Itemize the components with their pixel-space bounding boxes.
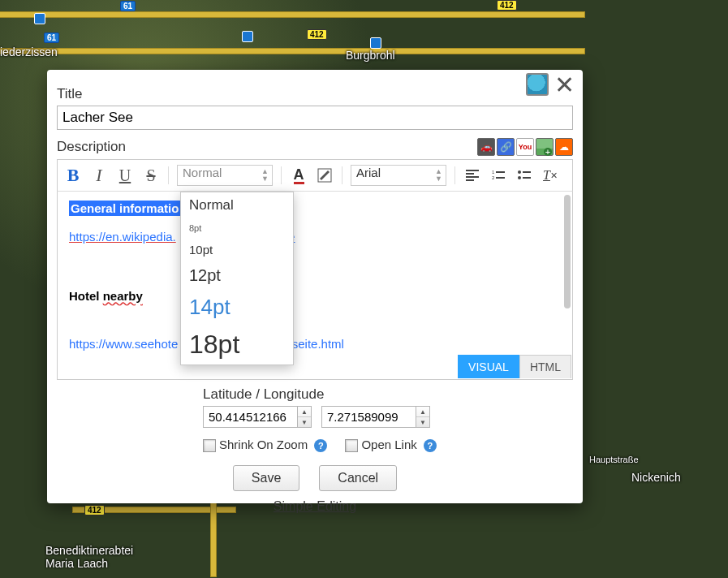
marker-editor-dialog: ✕ Title Description 🚗 🔗 You ☁ B I U S No… [47,70,583,503]
map-road [0,12,584,17]
toolbar-divider [168,166,169,184]
open-link-option[interactable]: Open Link ? [345,438,437,452]
road-shield-61: 61 [120,1,136,11]
editor-link-tail[interactable]: tseite.html [289,337,344,351]
latitude-input[interactable] [203,406,297,428]
train-station-icon[interactable] [34,13,45,24]
road-shield-412: 412 [497,0,517,11]
road-shield-61: 61 [44,32,59,43]
train-station-icon[interactable] [242,31,253,42]
highlighter-icon [317,168,332,183]
city-label-burgbrohl: Burgbrohl [346,49,395,62]
editor-link[interactable]: https://en.wikipedia. [69,230,176,244]
help-icon[interactable]: ? [424,439,437,452]
rich-text-toolbar: B I U S Normal ▲▼ A Arial ▲▼ 12 T✕ [57,159,573,192]
toolbar-divider [454,166,455,184]
simple-editing-link[interactable]: Simple Editing [57,499,573,514]
help-icon[interactable]: ? [314,439,327,452]
strike-button[interactable]: S [142,165,160,186]
cancel-button[interactable]: Cancel [319,465,397,491]
font-size-select[interactable]: Normal ▲▼ [177,165,273,186]
chevrons-icon: ▲▼ [261,168,269,183]
align-left-icon [466,170,479,181]
svg-point-3 [518,170,521,174]
road-shield-412: 412 [307,29,327,40]
font-family-select[interactable]: Arial ▲▼ [351,165,446,186]
link-icon[interactable]: 🔗 [497,138,515,156]
train-station-icon[interactable] [370,37,381,49]
clear-format-button[interactable]: T✕ [541,165,559,186]
text-color-button[interactable]: A [290,165,308,186]
editor-heading: General informatio [69,201,180,216]
toolbar-divider [342,166,342,184]
size-option-12pt[interactable]: 12pt [181,261,293,290]
globe-icon[interactable] [526,73,549,96]
youtube-icon[interactable]: You [516,138,534,156]
chevron-down-icon[interactable]: ▼ [298,417,311,427]
tab-html[interactable]: HTML [519,355,571,378]
font-size-dropdown: Normal 8pt 10pt 12pt 14pt 18pt [180,192,294,365]
description-insert-toolbar: 🚗 🔗 You ☁ [477,138,573,156]
tab-visual[interactable]: VISUAL [458,355,519,378]
map-road [0,49,584,54]
toolbar-divider [281,166,282,184]
checkbox-icon[interactable] [345,439,358,452]
align-button[interactable] [463,165,481,186]
svg-point-4 [518,176,521,179]
poi-label-abbey: BenediktinerabteiMaria Laach [45,544,133,570]
size-option-8pt[interactable]: 8pt [181,218,293,238]
longitude-stepper[interactable]: ▲ ▼ [416,406,430,428]
ordered-list-icon: 12 [492,170,505,181]
bold-button[interactable]: B [64,165,82,186]
save-button[interactable]: Save [233,465,299,491]
description-editor[interactable]: General informatio https://en.wikipedia.… [57,192,573,380]
chevrons-icon: ▲▼ [435,168,442,183]
italic-button[interactable]: I [90,165,108,186]
latitude-stepper[interactable]: ▲ ▼ [297,406,312,428]
chevron-up-icon[interactable]: ▲ [416,407,429,417]
unordered-list-icon [518,170,531,181]
editor-subheading: Hotel nearby [69,289,143,303]
coords-label: Latitude / Longitude [203,386,573,403]
editor-link[interactable]: https://www.seehote [69,337,178,351]
size-option-18pt[interactable]: 18pt [181,325,293,364]
size-option-10pt[interactable]: 10pt [181,238,293,261]
chevron-down-icon[interactable]: ▼ [416,417,429,427]
close-icon[interactable]: ✕ [554,73,575,97]
chevron-up-icon[interactable]: ▲ [298,407,311,417]
unordered-list-button[interactable] [515,165,533,186]
title-label: Title [57,86,573,102]
add-image-icon[interactable] [536,138,554,156]
underline-button[interactable]: U [116,165,134,186]
description-label: Description [57,139,126,155]
soundcloud-icon[interactable]: ☁ [555,138,573,156]
size-option-normal[interactable]: Normal [181,192,293,218]
bg-color-button[interactable] [316,165,334,186]
longitude-input[interactable] [321,406,416,428]
street-label-hauptstrasse: Hauptstraße [589,455,639,464]
svg-text:2: 2 [492,175,495,180]
car-icon[interactable]: 🚗 [477,138,495,156]
shrink-on-zoom-option[interactable]: Shrink On Zoom ? [203,438,327,452]
editor-mode-tabs: VISUAL HTML [458,355,571,378]
checkbox-icon[interactable] [203,439,216,452]
city-label-nickenich: Nickenich [631,471,681,484]
size-option-14pt[interactable]: 14pt [181,290,293,325]
title-input[interactable] [57,106,573,130]
svg-text:1: 1 [492,170,495,175]
ordered-list-button[interactable]: 12 [489,165,507,186]
city-label-niederzissen: iederzissen [0,45,58,58]
scrollbar-thumb[interactable] [564,195,571,308]
